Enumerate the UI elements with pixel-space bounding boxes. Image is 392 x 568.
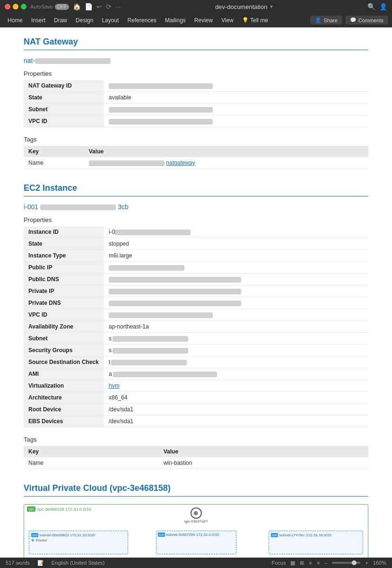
prop-key: AMI — [24, 368, 104, 380]
nat-id-redacted — [35, 58, 111, 64]
vpc-label: vpc vpc-3e468158 172.31.0.0/16 — [27, 506, 91, 512]
share-button[interactable]: 👤 Share — [310, 16, 342, 25]
status-bar: 517 words 📝 English (United States) Focu… — [0, 558, 392, 568]
doc-title-area: dev-documentation ▾ — [124, 3, 364, 10]
table-row: Architecture x86_64 — [24, 392, 368, 404]
ec2-instance-id[interactable]: i-0013cb — [24, 203, 368, 211]
subnet-left-label: subnet-6be06823 172.31.32.0/20 — [39, 533, 95, 537]
tag-value: win-bastion — [159, 457, 368, 469]
prop-key: State — [24, 92, 104, 104]
nat-tags-table: Key Value Name natgateway — [24, 146, 368, 169]
word-count: 517 words — [6, 560, 30, 566]
title-bar: AutoSave OFF 🏠 📄 ↩ ⟳ ··· dev-documentati… — [0, 0, 392, 13]
redo-icon[interactable]: ⟳ — [106, 3, 112, 10]
prop-value — [104, 297, 368, 309]
zoom-minus[interactable]: – — [324, 560, 327, 566]
tags-header-row: Key Value — [24, 146, 368, 157]
menu-bar-actions: 👤 Share 💬 Comments — [310, 16, 388, 25]
doc-icon[interactable]: 📄 — [85, 3, 93, 10]
prop-key: VPC ID — [24, 309, 104, 321]
nat-gateway-section: NAT Gateway nat- Properties NAT Gateway … — [24, 37, 368, 169]
table-row: Availability Zone ap-northeast-1a — [24, 321, 368, 333]
doc-title: dev-documentation — [215, 3, 268, 10]
menu-design[interactable]: Design — [72, 15, 97, 26]
nat-properties-label: Properties — [24, 70, 368, 77]
menu-view[interactable]: View — [218, 15, 237, 26]
prop-key: Architecture — [24, 392, 104, 404]
menu-draw[interactable]: Draw — [50, 15, 71, 26]
nat-gateway-id[interactable]: nat- — [24, 57, 368, 64]
zoom-handle — [352, 560, 357, 565]
prop-value — [104, 274, 368, 285]
prop-value — [104, 285, 368, 297]
prop-value: hvm — [104, 380, 368, 392]
home-icon[interactable]: 🏠 — [73, 3, 81, 10]
menu-insert[interactable]: Insert — [27, 15, 49, 26]
igw-label: igw-03b47a67 — [184, 519, 208, 524]
language: English (United States) — [52, 560, 105, 566]
list-item: Name natgateway — [24, 157, 368, 169]
more-icon[interactable]: ··· — [115, 3, 121, 10]
table-row: Subnet s — [24, 333, 368, 345]
menu-tell-me[interactable]: 💡 Tell me — [238, 15, 272, 26]
comments-button[interactable]: 💬 Comments — [345, 16, 388, 25]
focus-label[interactable]: Focus — [271, 560, 286, 566]
zoom-plus[interactable]: + — [365, 560, 368, 566]
prop-value: s — [104, 333, 368, 345]
prop-key: Root Device — [24, 404, 104, 416]
prop-key: Subnet — [24, 104, 104, 115]
subnet-right: sub subnet-c747fec 172.31.16.0/20 — [269, 531, 363, 554]
ec2-tags-label: Tags — [24, 436, 368, 443]
prop-key: Public IP — [24, 262, 104, 274]
igw-icon-area: ⊕ igw-03b47a67 — [184, 507, 208, 524]
tag-key-header: Key — [24, 146, 84, 157]
zoom-slider[interactable] — [332, 562, 360, 564]
natgateway-link[interactable]: natgateway — [166, 160, 195, 166]
menu-review[interactable]: Review — [191, 15, 217, 26]
maximize-button[interactable] — [21, 4, 26, 9]
hvm-link[interactable]: hvm — [109, 382, 120, 389]
menu-mailings[interactable]: Mailings — [161, 15, 190, 26]
router-label: ⊕Router — [31, 538, 126, 542]
prop-value: m6i.large — [104, 250, 368, 262]
document-area: NAT Gateway nat- Properties NAT Gateway … — [0, 27, 392, 568]
minimize-button[interactable] — [13, 4, 18, 9]
prop-key: State — [24, 238, 104, 250]
vpc-heading: Virtual Private Cloud (vpc-3e468158) — [24, 483, 368, 497]
prop-value — [104, 309, 368, 321]
zoom-level: 160% — [373, 560, 386, 566]
prop-value: /dev/sda1 — [104, 416, 368, 427]
table-row: VPC ID — [24, 309, 368, 321]
prop-value — [104, 115, 368, 127]
prop-key: Availability Zone — [24, 321, 104, 333]
table-row: State stopped — [24, 238, 368, 250]
layout-icon: ▦ — [290, 560, 295, 566]
table-row: Source Destination Check t — [24, 356, 368, 368]
prop-key: EBS Devices — [24, 416, 104, 427]
subnet-middle: sub subnet-5c807206 172.31.0.0/20 — [156, 531, 236, 554]
table-row: Instance Type m6i.large — [24, 250, 368, 262]
tag-value-header: Value — [159, 446, 368, 457]
status-bar-right: Focus ▦ ⊞ ≡ ≡ – + 160% — [271, 560, 386, 566]
share-profile-icon[interactable]: 👤 — [379, 3, 387, 10]
table-row: Root Device /dev/sda1 — [24, 404, 368, 416]
table-row: Public DNS — [24, 274, 368, 285]
ec2-properties-label: Properties — [24, 216, 368, 223]
undo-icon[interactable]: ↩ — [96, 3, 102, 10]
tag-key: Name — [24, 157, 84, 169]
close-button[interactable] — [5, 4, 10, 9]
prop-value: t — [104, 356, 368, 368]
table-row: Public IP — [24, 262, 368, 274]
table-row: State available — [24, 92, 368, 104]
subnet-redacted — [109, 107, 213, 113]
vpc-id-redacted — [109, 119, 213, 124]
table-row: Private DNS — [24, 297, 368, 309]
menu-home[interactable]: Home — [4, 15, 26, 26]
search-icon[interactable]: 🔍 — [367, 3, 375, 10]
traffic-lights — [5, 4, 26, 9]
table-row: NAT Gateway ID — [24, 80, 368, 92]
table-row: Private IP — [24, 285, 368, 297]
menu-layout[interactable]: Layout — [98, 15, 122, 26]
prop-key: Source Destination Check — [24, 356, 104, 368]
menu-references[interactable]: References — [123, 15, 160, 26]
